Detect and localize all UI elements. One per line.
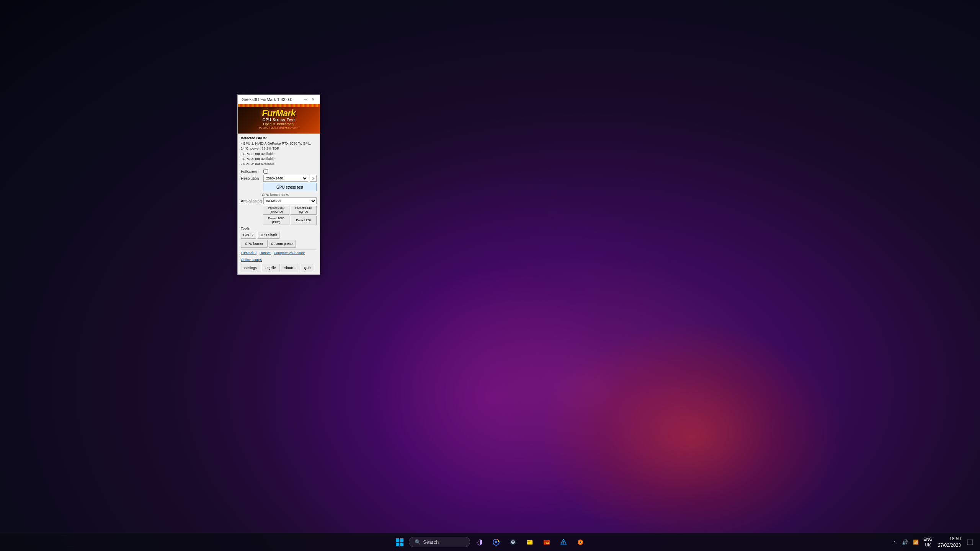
win-logo-q2 <box>400 538 403 542</box>
files-icon-svg <box>526 539 533 546</box>
fullscreen-checkbox[interactable] <box>263 169 268 174</box>
svg-rect-15 <box>967 540 973 545</box>
svg-point-1 <box>495 541 497 543</box>
preset-2160-button[interactable]: Preset:2160(4K/UHD) <box>263 205 289 215</box>
svg-point-14 <box>580 541 581 543</box>
log-file-button[interactable]: Log file <box>261 264 279 272</box>
cpu-burner-row: CPU burner Custom preset <box>241 240 317 248</box>
gpu-shark-button[interactable]: GPU Shark <box>257 231 279 239</box>
bottom-buttons: Settings Log file About... Quit <box>241 264 317 272</box>
gpu-info-section: Detected GPUs: - GPU 1: NVIDIA GeForce R… <box>241 136 317 167</box>
language-label: ENG <box>923 536 933 542</box>
custom-preset-button[interactable]: Custom preset <box>269 240 296 248</box>
window-controls: ─ ✕ <box>302 96 317 103</box>
region-label: UK <box>923 542 933 548</box>
resolution-label: Resolution <box>241 176 262 181</box>
close-button[interactable]: ✕ <box>310 96 317 103</box>
tray-chevron[interactable]: ∧ <box>890 538 898 546</box>
gpu-benchmarks-label: GPU benchmarks <box>262 193 289 197</box>
preset-buttons-row2: Preset:1080(FHD) Preset:720 <box>241 216 317 225</box>
minimize-button[interactable]: ─ <box>302 96 309 103</box>
compare-score-link[interactable]: Compare your score <box>274 251 305 255</box>
settings-button[interactable]: Settings <box>241 264 260 272</box>
divider <box>241 249 317 249</box>
furmark-taskbar-icon-svg: FM <box>543 539 550 546</box>
steam-icon-svg <box>510 539 516 546</box>
furmark-subtitle2: OpenGL Benchmark <box>263 122 294 126</box>
vs-icon-svg <box>476 539 483 546</box>
win-logo-q1 <box>396 538 399 542</box>
furmark-subtitle1: GPU Stress Test <box>262 118 295 122</box>
fullscreen-row: Fullscreen <box>241 169 317 174</box>
taskbar-visual-studio-icon[interactable] <box>472 535 487 550</box>
resolution-row: Resolution 980x551 1920x1080 3840x2160… <box>241 175 317 182</box>
svg-rect-6 <box>527 541 530 542</box>
cpu-burner-button[interactable]: CPU burner <box>241 240 268 248</box>
furmark-logo: FurMark <box>262 109 296 118</box>
win-logo-q3 <box>396 543 399 546</box>
taskbar: 🔍 Search <box>0 533 980 551</box>
gpu-line-1: - GPU 1: NVIDIA GeForce RTX 3080 Ti, GPU… <box>241 141 317 152</box>
clock-time: 18:50 <box>938 536 961 542</box>
preset-buttons-row: Preset:2160(4K/UHD) Preset:1440(QHD) <box>241 205 317 215</box>
chrome-icon-svg <box>493 539 500 546</box>
auto-icon-svg <box>560 539 567 546</box>
tray-speaker[interactable]: 🔊 <box>901 538 909 546</box>
furmark-subtitle3: (C)2007-2023 Geeks3D.com <box>259 126 298 129</box>
preset-grid2: Preset:1080(FHD) Preset:720 <box>263 216 317 225</box>
gpu-line-4: - GPU 4: not available <box>241 162 317 167</box>
taskbar-right: ∧ 🔊 📶 ENG UK 18:50 27/02/2023 <box>890 534 980 550</box>
resolution-clear-button[interactable]: x <box>310 175 317 182</box>
svg-text:FM: FM <box>544 541 549 544</box>
language-indicator[interactable]: ENG UK <box>923 536 933 548</box>
gpu-benchmarks-row: GPU benchmarks <box>241 193 317 197</box>
notification-icon <box>967 540 973 545</box>
fullscreen-label: Fullscreen <box>241 170 262 174</box>
tools-label: Tools <box>241 227 317 230</box>
preset-1440-button[interactable]: Preset:1440(QHD) <box>290 205 317 215</box>
search-icon: 🔍 <box>415 539 421 545</box>
gpu-info-title: Detected GPUs: <box>241 136 317 141</box>
taskbar-center: 🔍 Search <box>392 535 588 550</box>
gpu-z-button[interactable]: GPU-Z <box>241 231 256 239</box>
taskbar-firefox-icon[interactable] <box>573 535 588 550</box>
bottom-links: FurMark 2 Donate Compare your score Onli… <box>241 251 317 262</box>
resolution-select[interactable]: 980x551 1920x1080 3840x2160 1280x720 <box>263 175 308 182</box>
anti-aliasing-label: Anti-aliasing <box>241 199 262 203</box>
tray-network[interactable]: 📶 <box>912 538 920 546</box>
furmark2-link[interactable]: FurMark 2 <box>241 251 256 255</box>
furmark-window: Geeks3D FurMark 1.33.0.0 ─ ✕ FurMark GPU… <box>237 95 320 275</box>
gpu-line-3: - GPU 3: not available <box>241 156 317 162</box>
language-region: ENG UK <box>923 536 933 548</box>
win-logo-q4 <box>400 543 403 546</box>
flame-decoration <box>238 104 320 107</box>
notification-button[interactable] <box>966 538 974 546</box>
taskbar-auto-icon[interactable] <box>556 535 571 550</box>
firefox-icon-svg <box>577 539 584 546</box>
taskbar-search-button[interactable]: 🔍 Search <box>409 537 470 547</box>
bg-orb-purple <box>260 168 720 551</box>
online-scores-link[interactable]: Online scores <box>241 258 262 262</box>
gpu-stress-test-button[interactable]: GPU stress test <box>263 183 317 191</box>
preset-720-button[interactable]: Preset:720 <box>290 216 317 225</box>
preset-1080-button[interactable]: Preset:1080(FHD) <box>263 216 289 225</box>
tools-row: GPU-Z GPU Shark <box>241 231 317 239</box>
svg-point-11 <box>563 543 564 544</box>
taskbar-files-icon[interactable] <box>522 535 537 550</box>
taskbar-chrome-icon[interactable] <box>488 535 504 550</box>
gpu-stress-row: GPU stress test <box>241 183 317 191</box>
taskbar-furmark-icon[interactable]: FM <box>539 535 554 550</box>
window-title: Geeks3D FurMark 1.33.0.0 <box>242 97 292 102</box>
about-button[interactable]: About... <box>281 264 299 272</box>
anti-aliasing-select[interactable]: 8X MSAA None 2X MSAA 4X MSAA <box>263 197 317 204</box>
donate-link[interactable]: Donate <box>260 251 271 255</box>
bg-orb-orange <box>539 321 845 551</box>
clock[interactable]: 18:50 27/02/2023 <box>935 534 964 550</box>
furmark-banner: FurMark GPU Stress Test OpenGL Benchmark… <box>238 104 320 134</box>
taskbar-steam-icon[interactable] <box>505 535 521 550</box>
start-button[interactable] <box>392 535 407 550</box>
window-titlebar: Geeks3D FurMark 1.33.0.0 ─ ✕ <box>238 95 320 104</box>
anti-aliasing-row: Anti-aliasing 8X MSAA None 2X MSAA 4X MS… <box>241 197 317 204</box>
quit-button[interactable]: Quit <box>301 264 314 272</box>
system-tray: ∧ 🔊 📶 <box>890 538 920 546</box>
